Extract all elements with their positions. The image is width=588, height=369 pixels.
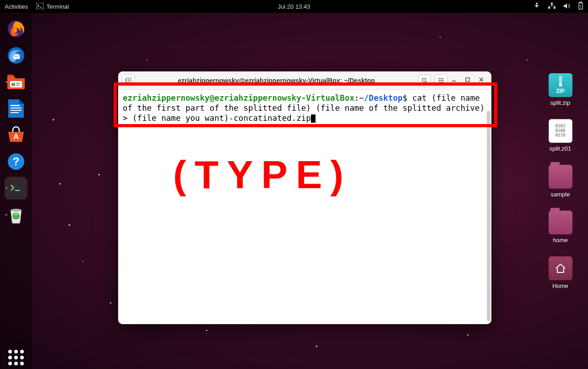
svg-rect-14 <box>16 85 20 86</box>
dock: A ? <box>0 13 32 369</box>
desktop-icon-label: Home <box>552 282 568 289</box>
volume-icon[interactable] <box>563 3 571 11</box>
svg-rect-10 <box>13 54 20 59</box>
svg-text:?: ? <box>13 155 20 168</box>
home-location[interactable]: Home <box>549 256 572 289</box>
maximize-button[interactable] <box>465 77 470 84</box>
running-indicator <box>5 187 7 189</box>
prompt-userhost: ezriahzippernowsky@ezriahzippernowsky-Vi… <box>123 93 354 103</box>
home-folder[interactable]: home <box>549 211 572 244</box>
hamburger-menu-button[interactable] <box>435 74 447 87</box>
desktop-icon-label: split.zip <box>550 99 570 106</box>
svg-text:A: A <box>13 133 19 141</box>
zip-icon: ZIP <box>549 73 572 97</box>
svg-rect-35 <box>466 78 469 81</box>
close-button[interactable] <box>479 77 484 84</box>
svg-rect-7 <box>580 2 582 3</box>
terminal-body[interactable]: ezriahzippernowsky@ezriahzippernowsky-Vi… <box>118 90 491 324</box>
svg-rect-22 <box>8 181 24 195</box>
svg-rect-0 <box>36 3 44 9</box>
svg-rect-12 <box>11 83 15 86</box>
svg-rect-17 <box>11 110 22 111</box>
desktop-icon-label: split.z01 <box>550 145 572 152</box>
window-title: ezriahzippernowsky@ezriahzippernowsky-Vi… <box>138 77 414 84</box>
svg-rect-18 <box>11 112 19 113</box>
svg-point-26 <box>559 84 562 87</box>
trash-icon[interactable] <box>5 203 27 226</box>
running-indicator <box>5 81 7 83</box>
binary-file-icon: 0101 0100 0110 <box>549 119 572 143</box>
help-icon[interactable]: ? <box>5 150 27 173</box>
folder-icon <box>549 165 572 189</box>
new-tab-button[interactable] <box>122 74 135 87</box>
terminal-app-icon[interactable] <box>5 177 27 200</box>
app-indicator-label: Terminal <box>46 3 69 10</box>
desktop-icon-label: home <box>553 237 568 244</box>
prompt-path: ~/Desktop <box>359 93 403 103</box>
svg-line-30 <box>425 81 427 83</box>
desktop-icon-label: sample <box>551 191 570 198</box>
split-zip[interactable]: ZIP split.zip <box>549 73 572 106</box>
activities-button[interactable]: Activities <box>5 3 28 10</box>
text-cursor <box>311 114 316 123</box>
terminal-window: ezriahzippernowsky@ezriahzippernowsky-Vi… <box>118 71 491 324</box>
show-applications-button[interactable] <box>5 346 27 369</box>
libreoffice-writer-icon[interactable] <box>5 97 27 120</box>
svg-rect-16 <box>11 108 22 109</box>
topbar: Activities Terminal Jul 20 13:43 <box>0 0 588 13</box>
svg-rect-13 <box>16 83 21 84</box>
desktop-icons: ZIP split.zip 0101 0100 0110 split.z01 s… <box>541 73 580 289</box>
split-z01[interactable]: 0101 0100 0110 split.z01 <box>549 119 572 152</box>
accessibility-icon[interactable] <box>533 2 540 11</box>
running-indicator <box>5 214 7 216</box>
network-icon[interactable] <box>548 3 556 11</box>
svg-point-29 <box>422 78 426 82</box>
battery-icon[interactable] <box>578 2 583 11</box>
clock[interactable]: Jul 20 13:43 <box>278 3 310 10</box>
files-icon[interactable] <box>5 71 27 93</box>
minimize-button[interactable] <box>451 77 457 84</box>
ubuntu-software-icon[interactable]: A <box>5 124 27 147</box>
titlebar[interactable]: ezriahzippernowsky@ezriahzippernowsky-Vi… <box>118 71 491 90</box>
thunderbird-icon[interactable] <box>5 44 27 67</box>
svg-rect-5 <box>554 7 555 9</box>
svg-point-24 <box>11 209 22 212</box>
terminal-icon <box>36 3 44 11</box>
search-button[interactable] <box>418 74 431 87</box>
svg-rect-15 <box>11 105 20 106</box>
scrollbar[interactable] <box>487 111 490 321</box>
folder-icon <box>549 211 572 234</box>
home-icon <box>549 256 572 280</box>
svg-point-2 <box>536 3 538 5</box>
svg-rect-4 <box>548 7 550 9</box>
firefox-icon[interactable] <box>5 17 27 40</box>
sample-folder[interactable]: sample <box>549 165 572 198</box>
svg-rect-3 <box>551 3 553 5</box>
app-indicator[interactable]: Terminal <box>36 3 69 11</box>
